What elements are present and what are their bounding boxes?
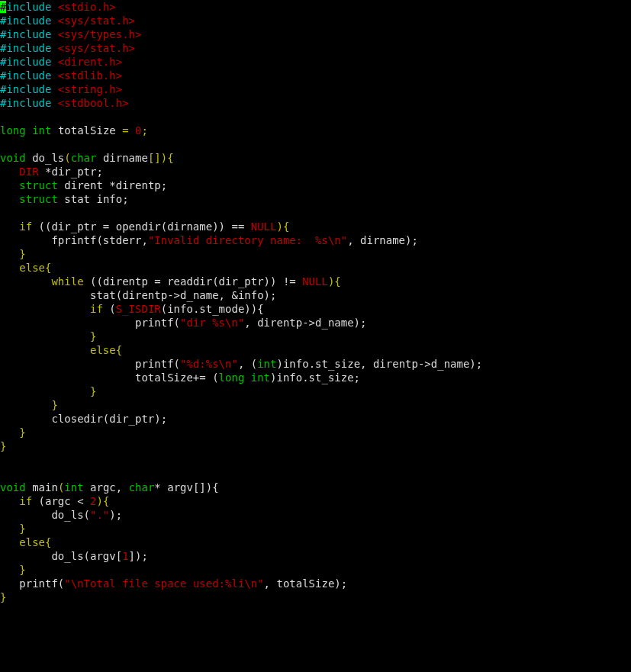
- type-keyword: void: [0, 481, 26, 494]
- punct: }: [19, 522, 25, 535]
- code-text: )info.st_size, direntp->d_name);: [276, 358, 482, 370]
- punct: ){: [96, 495, 109, 507]
- code-text: , dirname);: [347, 234, 418, 246]
- punct: }: [90, 330, 96, 342]
- code-text: (: [103, 303, 116, 315]
- code-text: * argv[]){: [154, 481, 218, 494]
- preproc-include: #include: [0, 97, 58, 109]
- punct: }: [0, 591, 6, 603]
- punct: ){: [161, 152, 174, 164]
- operator: =: [122, 124, 128, 137]
- string-literal: "dir %s\n": [180, 317, 244, 329]
- code-text: ]);: [129, 550, 148, 562]
- function-name: main: [32, 481, 58, 494]
- punct: {: [116, 344, 122, 356]
- code-text: ((direntp = readdir(dir_ptr)) !=: [84, 275, 303, 288]
- type-macro: DIR: [19, 166, 38, 178]
- number-literal: 1: [122, 550, 128, 562]
- punct: ){: [328, 275, 341, 288]
- include-header: <dirent.h>: [58, 56, 122, 68]
- punct: }: [19, 564, 25, 576]
- code-text: )info.st_size;: [270, 371, 360, 384]
- include-header: <string.h>: [58, 83, 122, 95]
- keyword: struct: [19, 179, 58, 191]
- punct: }: [90, 385, 96, 397]
- punct: (: [64, 152, 70, 164]
- punct: []: [148, 152, 161, 164]
- code-text: printf(: [19, 577, 64, 590]
- code-block[interactable]: #include <stdio.h> #include <sys/stat.h>…: [0, 0, 631, 604]
- code-text: printf(: [135, 358, 180, 370]
- type-keyword: char: [71, 152, 97, 164]
- code-text: *dir_ptr;: [39, 166, 103, 178]
- include-header: <stdio.h>: [58, 1, 116, 13]
- keyword: while: [51, 275, 83, 288]
- param-name: dirname: [103, 152, 148, 164]
- type-keyword: int: [32, 124, 51, 137]
- string-literal: "%d:%s\n": [180, 358, 238, 370]
- macro: S_ISDIR: [116, 303, 161, 315]
- preproc-include: #include: [0, 69, 58, 82]
- code-text: do_ls(: [51, 509, 90, 521]
- code-text: );: [109, 509, 122, 521]
- include-header: <sys/stat.h>: [58, 14, 135, 27]
- string-literal: "Invalid directory name: %s\n": [148, 234, 347, 246]
- preproc-include: #include: [0, 83, 58, 95]
- string-literal: ".": [90, 509, 109, 521]
- punct: {: [45, 536, 51, 548]
- code-text: (argc <: [32, 495, 90, 507]
- type-keyword: long: [0, 124, 26, 137]
- code-text: stat info;: [58, 193, 129, 205]
- punct: }: [19, 248, 25, 260]
- code-text: totalSize+= (: [135, 371, 219, 384]
- include-header: <stdlib.h>: [58, 69, 122, 82]
- keyword: if: [19, 220, 32, 233]
- string-literal: "\nTotal file space used:%li\n": [64, 577, 263, 590]
- code-text: argc,: [84, 481, 129, 494]
- code-text: ((dir_ptr = opendir(dirname)) ==: [32, 220, 251, 233]
- type-keyword: long: [219, 371, 245, 384]
- punct: ;: [142, 124, 148, 137]
- punct: }: [51, 399, 57, 411]
- null-literal: NULL: [251, 220, 277, 233]
- punct: ){: [276, 220, 289, 233]
- keyword: if: [19, 495, 32, 507]
- null-literal: NULL: [302, 275, 328, 288]
- code-text: do_ls(argv[: [51, 550, 122, 562]
- include-header: <sys/types.h>: [58, 28, 142, 40]
- type-keyword: int: [251, 371, 270, 384]
- code-text: fprintf(stderr,: [51, 234, 147, 246]
- code-text: printf(: [135, 317, 180, 329]
- code-text: (info.st_mode)){: [161, 303, 264, 315]
- number-literal: 0: [135, 124, 141, 137]
- preproc-include: #include: [0, 14, 58, 27]
- code-text: , totalSize);: [264, 577, 348, 590]
- punct: {: [45, 262, 51, 274]
- include-header: <sys/stat.h>: [58, 42, 135, 54]
- keyword: if: [90, 303, 103, 315]
- preproc-include: #include: [0, 28, 58, 40]
- keyword: else: [19, 262, 45, 274]
- punct: }: [0, 440, 6, 452]
- type-keyword: void: [0, 152, 26, 164]
- type-keyword: int: [64, 481, 83, 494]
- preproc-include: #include: [0, 42, 58, 54]
- preproc-include: #include: [0, 56, 58, 68]
- code-text: dirent *direntp;: [58, 179, 167, 191]
- identifier: totalSize: [58, 124, 116, 137]
- code-text: , (: [238, 358, 257, 370]
- punct: }: [19, 426, 25, 439]
- space: [244, 371, 250, 384]
- function-name: do_ls: [32, 152, 64, 164]
- type-keyword: char: [129, 481, 155, 494]
- keyword: struct: [19, 193, 58, 205]
- type-keyword: int: [257, 358, 276, 370]
- keyword: else: [90, 344, 116, 356]
- code-text: , direntp->d_name);: [244, 317, 366, 329]
- keyword: else: [19, 536, 45, 548]
- preproc-include: include: [6, 1, 57, 13]
- code-text: stat(direntp->d_name, &info);: [90, 289, 276, 301]
- code-text: closedir(dir_ptr);: [51, 413, 167, 425]
- include-header: <stdbool.h>: [58, 97, 129, 109]
